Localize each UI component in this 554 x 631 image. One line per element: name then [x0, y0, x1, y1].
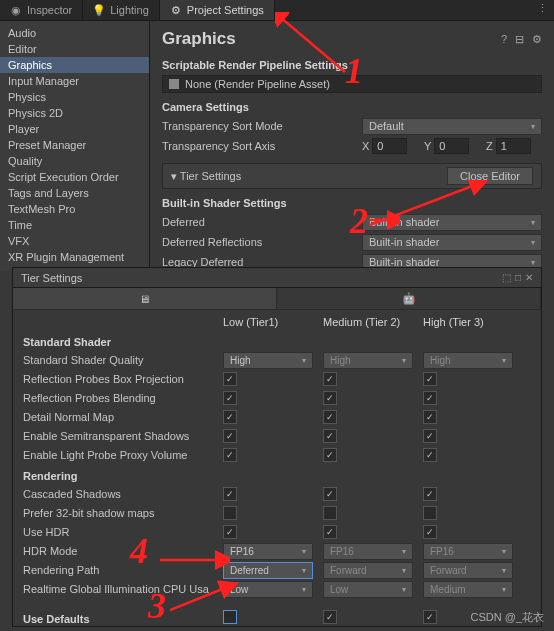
col-low: Low (Tier1): [223, 316, 323, 328]
platform-tab-desktop[interactable]: 🖥: [13, 288, 277, 309]
lightbulb-icon: 💡: [93, 4, 105, 16]
ud-low[interactable]: [223, 610, 237, 624]
rgi-low[interactable]: Low: [223, 581, 313, 598]
builtin-shader-label: Built-in Shader Settings: [162, 197, 542, 209]
hdrm-low[interactable]: FP16: [223, 543, 313, 560]
close-editor-button[interactable]: Close Editor: [447, 167, 533, 185]
sidebar-item-xr-plugin[interactable]: XR Plugin Management: [0, 249, 149, 265]
lock-icon[interactable]: ⬚: [502, 272, 511, 283]
tab-lighting[interactable]: 💡Lighting: [83, 0, 160, 20]
tsm-dropdown[interactable]: Default: [362, 118, 542, 135]
foldout-icon: ▾: [171, 170, 177, 182]
rpbp-low[interactable]: ✓: [223, 372, 237, 386]
rp-med[interactable]: Forward: [323, 562, 413, 579]
deferred-dropdown[interactable]: Built-in shader: [362, 214, 542, 231]
sidebar-item-tags-layers[interactable]: Tags and Layers: [0, 185, 149, 201]
ess-med[interactable]: ✓: [323, 429, 337, 443]
ud-med[interactable]: ✓: [323, 610, 337, 624]
hdr-med[interactable]: ✓: [323, 525, 337, 539]
kebab-icon[interactable]: ⋮: [537, 2, 548, 15]
maximize-icon[interactable]: □: [515, 272, 521, 283]
axis-y-input[interactable]: 0: [434, 138, 469, 154]
cs-label: Cascaded Shadows: [23, 488, 223, 500]
sidebar-item-quality[interactable]: Quality: [0, 153, 149, 169]
rpb-high[interactable]: ✓: [423, 391, 437, 405]
dnm-high[interactable]: ✓: [423, 410, 437, 424]
rgi-label: Realtime Global Illumination CPU Usa: [23, 583, 223, 595]
elppv-med[interactable]: ✓: [323, 448, 337, 462]
p32-high[interactable]: [423, 506, 437, 520]
sidebar-item-audio[interactable]: Audio: [0, 25, 149, 41]
ess-high[interactable]: ✓: [423, 429, 437, 443]
rgi-med[interactable]: Low: [323, 581, 413, 598]
ess-low[interactable]: ✓: [223, 429, 237, 443]
help-icon[interactable]: ?: [501, 33, 507, 46]
rpbp-high[interactable]: ✓: [423, 372, 437, 386]
elppv-low[interactable]: ✓: [223, 448, 237, 462]
sidebar-item-editor[interactable]: Editor: [0, 41, 149, 57]
deferred-reflections-dropdown[interactable]: Built-in shader: [362, 234, 542, 251]
ud-high[interactable]: ✓: [423, 610, 437, 624]
sidebar-item-time[interactable]: Time: [0, 217, 149, 233]
dnm-low[interactable]: ✓: [223, 410, 237, 424]
sidebar-item-player[interactable]: Player: [0, 121, 149, 137]
deferred-label: Deferred: [162, 216, 362, 228]
elppv-high[interactable]: ✓: [423, 448, 437, 462]
rp-low[interactable]: Deferred: [223, 562, 313, 579]
sidebar-item-vfx[interactable]: VFX: [0, 233, 149, 249]
elppv-label: Enable Light Probe Proxy Volume: [23, 449, 223, 461]
standard-shader-header: Standard Shader: [23, 336, 223, 348]
cs-low[interactable]: ✓: [223, 487, 237, 501]
graphics-panel: Graphics ? ⊟ ⚙ Scriptable Render Pipelin…: [150, 21, 554, 271]
axis-y-label: Y: [424, 140, 431, 152]
rpbp-label: Reflection Probes Box Projection: [23, 373, 223, 385]
rpb-label: Reflection Probes Blending: [23, 392, 223, 404]
hdr-low[interactable]: ✓: [223, 525, 237, 539]
dnm-label: Detail Normal Map: [23, 411, 223, 423]
camera-settings-label: Camera Settings: [162, 101, 542, 113]
sidebar-item-physics-2d[interactable]: Physics 2D: [0, 105, 149, 121]
axis-z-input[interactable]: 1: [496, 138, 531, 154]
sidebar-item-textmesh-pro[interactable]: TextMesh Pro: [0, 201, 149, 217]
hdr-high[interactable]: ✓: [423, 525, 437, 539]
platform-tab-android[interactable]: 🤖: [277, 288, 541, 309]
rpb-low[interactable]: ✓: [223, 391, 237, 405]
tier-settings-foldout[interactable]: ▾ Tier Settings Close Editor: [162, 163, 542, 189]
gear-icon: ⚙: [170, 4, 182, 16]
p32-low[interactable]: [223, 506, 237, 520]
hdrm-high[interactable]: FP16: [423, 543, 513, 560]
srp-asset-field[interactable]: None (Render Pipeline Asset): [162, 75, 542, 93]
cs-med[interactable]: ✓: [323, 487, 337, 501]
asset-icon: [169, 79, 179, 89]
sidebar-item-input-manager[interactable]: Input Manager: [0, 73, 149, 89]
dnm-med[interactable]: ✓: [323, 410, 337, 424]
hdr-label: Use HDR: [23, 526, 223, 538]
sidebar-item-script-execution-order[interactable]: Script Execution Order: [0, 169, 149, 185]
deferred-reflections-label: Deferred Reflections: [162, 236, 362, 248]
settings-sidebar: Audio Editor Graphics Input Manager Phys…: [0, 21, 150, 271]
rpbp-med[interactable]: ✓: [323, 372, 337, 386]
preset-icon[interactable]: ⊟: [515, 33, 524, 46]
rp-high[interactable]: Forward: [423, 562, 513, 579]
cs-high[interactable]: ✓: [423, 487, 437, 501]
p32-med[interactable]: [323, 506, 337, 520]
close-icon[interactable]: ✕: [525, 272, 533, 283]
ssq-high[interactable]: High: [423, 352, 513, 369]
rpb-med[interactable]: ✓: [323, 391, 337, 405]
axis-x-label: X: [362, 140, 369, 152]
tsm-label: Transparency Sort Mode: [162, 120, 362, 132]
rgi-high[interactable]: Medium: [423, 581, 513, 598]
hdrm-label: HDR Mode: [23, 545, 223, 557]
tab-project-settings[interactable]: ⚙Project Settings: [160, 0, 275, 20]
use-defaults-label: Use Defaults: [23, 613, 223, 625]
sidebar-item-graphics[interactable]: Graphics: [0, 57, 149, 73]
axis-x-input[interactable]: 0: [372, 138, 407, 154]
sidebar-item-physics[interactable]: Physics: [0, 89, 149, 105]
sidebar-item-preset-manager[interactable]: Preset Manager: [0, 137, 149, 153]
ssq-low[interactable]: High: [223, 352, 313, 369]
ssq-med[interactable]: High: [323, 352, 413, 369]
tab-inspector[interactable]: ◉Inspector: [0, 0, 83, 20]
hdrm-med[interactable]: FP16: [323, 543, 413, 560]
tier-panel-title: Tier Settings: [21, 272, 82, 284]
gear-icon[interactable]: ⚙: [532, 33, 542, 46]
